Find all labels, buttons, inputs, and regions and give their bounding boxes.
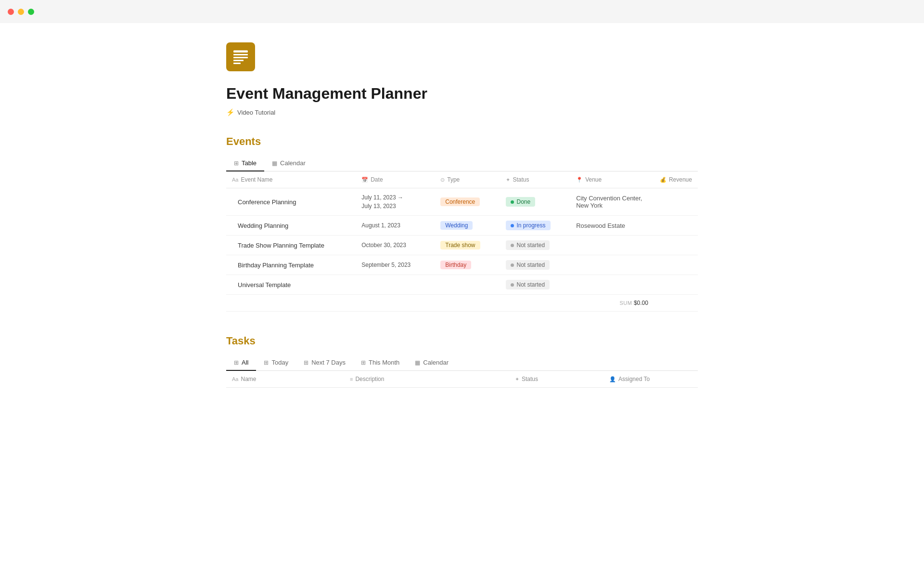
event-name-cell: Trade Show Planning Template [226, 236, 356, 255]
event-type-cell: Wedding [435, 216, 500, 236]
col-header-venue: 📍 Venue [570, 171, 654, 188]
svg-rect-3 [233, 60, 244, 61]
col-header-event-name: Aa Event Name [226, 171, 356, 188]
pin-col-icon: 📍 [576, 177, 583, 183]
event-venue-cell [570, 236, 654, 255]
event-revenue-cell [654, 275, 698, 295]
thismonth-tab-icon: ⊞ [361, 359, 366, 366]
event-venue-cell: Rosewood Estate [570, 216, 654, 236]
status-dot [511, 283, 514, 287]
tasks-calendar-tab-icon: ▦ [415, 359, 420, 366]
events-table-row[interactable]: Universal TemplateNot started [226, 275, 698, 295]
events-sum-row: SUM $0.00 [226, 295, 698, 312]
tab-today-label: Today [271, 359, 288, 366]
event-type-badge: Wedding [440, 221, 473, 230]
events-table-header-row: Aa Event Name 📅 Date ⊙ Type [226, 171, 698, 188]
tab-tasks-next7days[interactable]: ⊞ Next 7 Days [296, 355, 353, 371]
events-section: Events ⊞ Table ▦ Calendar Aa Event Name [226, 135, 698, 312]
event-type-cell: Birthday [435, 255, 500, 275]
table-tab-icon: ⊞ [234, 160, 239, 167]
col-header-description: ≡ Description [344, 371, 509, 388]
event-status-badge: Not started [506, 260, 550, 270]
events-table-row[interactable]: Trade Show Planning TemplateOctober 30, … [226, 236, 698, 255]
col-header-date: 📅 Date [356, 171, 435, 188]
event-date-cell: September 5, 2023 [356, 255, 435, 275]
col-header-revenue: 💰 Revenue [654, 171, 698, 188]
svg-rect-2 [233, 57, 248, 58]
description-col-icon: ≡ [350, 376, 353, 382]
task-name-col-icon: Aa [232, 376, 238, 382]
col-header-type: ⊙ Type [435, 171, 500, 188]
svg-rect-0 [233, 51, 248, 53]
calendar-col-icon: 📅 [361, 177, 368, 183]
revenue-col-icon: 💰 [660, 177, 667, 183]
status-dot [511, 244, 514, 247]
event-status-badge: In progress [506, 221, 550, 230]
table-icon [232, 48, 249, 66]
col-header-assigned-to: 👤 Assigned To [603, 371, 698, 388]
events-table: Aa Event Name 📅 Date ⊙ Type [226, 171, 698, 312]
svg-rect-1 [233, 54, 248, 55]
event-status-cell: Done [500, 188, 570, 216]
tab-all-label: All [242, 359, 248, 366]
all-tab-icon: ⊞ [234, 359, 239, 366]
event-type-cell: Conference [435, 188, 500, 216]
titlebar [0, 0, 924, 23]
event-revenue-cell [654, 255, 698, 275]
event-status-badge: Not started [506, 280, 550, 289]
tasks-table-header-row: Aa Name ≡ Description ✦ Status [226, 371, 698, 388]
col-header-task-status: ✦ Status [509, 371, 603, 388]
event-date-cell: October 30, 2023 [356, 236, 435, 255]
sum-value: $0.00 [634, 300, 648, 306]
video-tutorial-label: Video Tutorial [237, 109, 275, 116]
tab-events-calendar[interactable]: ▦ Calendar [264, 156, 313, 171]
tab-table-label: Table [242, 159, 257, 167]
event-date-cell [356, 275, 435, 295]
event-status-badge: Done [506, 197, 535, 207]
event-venue-cell: City Convention Center, New York [570, 188, 654, 216]
event-date-cell: August 1, 2023 [356, 216, 435, 236]
events-section-title: Events [226, 135, 698, 148]
status-dot [511, 263, 514, 267]
event-date-cell: July 11, 2023 →July 13, 2023 [356, 188, 435, 216]
event-status-cell: In progress [500, 216, 570, 236]
sum-label: SUM [619, 300, 632, 306]
event-name-cell: Birthday Planning Template [226, 255, 356, 275]
event-status-badge: Not started [506, 240, 550, 250]
tab-tasks-thismonth[interactable]: ⊞ This Month [353, 355, 407, 371]
event-venue-cell [570, 275, 654, 295]
tab-tasks-today[interactable]: ⊞ Today [256, 355, 296, 371]
task-status-col-icon: ✦ [515, 376, 519, 382]
calendar-tab-icon: ▦ [272, 160, 277, 167]
events-tabs: ⊞ Table ▦ Calendar [226, 156, 698, 171]
tab-calendar2-label: Calendar [423, 359, 449, 366]
event-name-cell: Conference Planning [226, 188, 356, 216]
tab-events-table[interactable]: ⊞ Table [226, 156, 264, 171]
event-type-badge: Trade show [440, 241, 480, 250]
events-table-row[interactable]: Birthday Planning TemplateSeptember 5, 2… [226, 255, 698, 275]
event-status-cell: Not started [500, 275, 570, 295]
no-filters-text [226, 388, 698, 399]
assigned-to-label: Assigned To [618, 376, 650, 382]
tab-thismonth-label: This Month [369, 359, 399, 366]
next7-tab-icon: ⊞ [304, 359, 308, 366]
traffic-light-yellow[interactable] [18, 9, 24, 15]
event-revenue-cell [654, 188, 698, 216]
event-type-badge: Birthday [440, 261, 471, 269]
video-tutorial-link[interactable]: ⚡ Video Tutorial [226, 108, 698, 116]
tab-tasks-all[interactable]: ⊞ All [226, 355, 256, 371]
app-icon [226, 42, 255, 71]
events-table-row[interactable]: Wedding PlanningAugust 1, 2023WeddingIn … [226, 216, 698, 236]
event-type-badge: Conference [440, 197, 480, 206]
traffic-light-red[interactable] [8, 9, 14, 15]
svg-rect-4 [233, 63, 241, 64]
event-revenue-cell [654, 236, 698, 255]
event-status-cell: Not started [500, 255, 570, 275]
tasks-section: Tasks ⊞ All ⊞ Today ⊞ Next 7 Days ⊞ This… [226, 335, 698, 399]
main-content: Event Management Planner ⚡ Video Tutoria… [197, 23, 727, 419]
tab-tasks-calendar[interactable]: ▦ Calendar [407, 355, 456, 371]
lightning-icon: ⚡ [226, 108, 234, 116]
traffic-light-green[interactable] [28, 9, 34, 15]
event-type-cell: Trade show [435, 236, 500, 255]
events-table-row[interactable]: Conference PlanningJuly 11, 2023 →July 1… [226, 188, 698, 216]
